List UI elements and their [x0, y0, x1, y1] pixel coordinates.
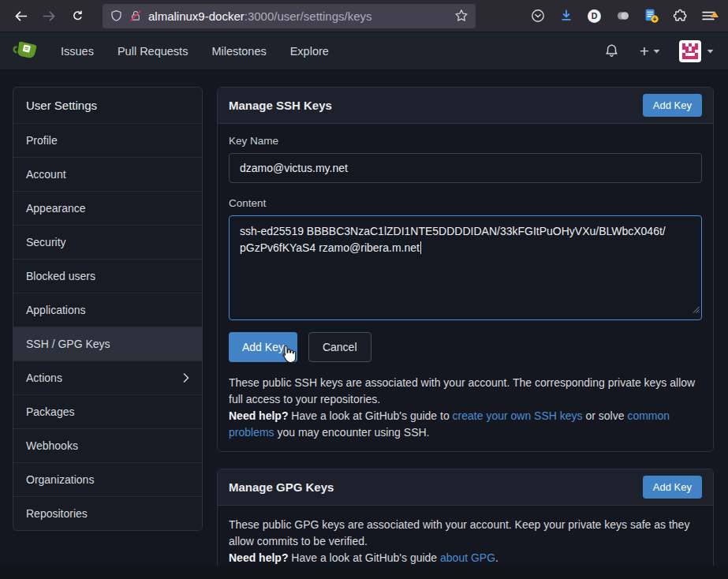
url-bar[interactable]: almalinux9-docker:3000/user/settings/key… [103, 4, 476, 28]
notifications-button[interactable] [598, 39, 625, 63]
content-line1: ssh-ed25519 BBBBC3NzaC1lZDI1NTE5DDDDIDAN… [240, 225, 666, 237]
pocket-icon [531, 9, 545, 23]
sidebar-title: User Settings [13, 88, 202, 123]
user-menu-button[interactable] [674, 37, 719, 65]
nav-link-issues[interactable]: Issues [49, 32, 106, 70]
about-gpg-link[interactable]: about GPG [440, 551, 495, 564]
forward-button[interactable] [36, 4, 62, 28]
puzzle-piece-icon [673, 9, 687, 23]
container-tab-button[interactable]: D [582, 4, 607, 28]
bottom-strip [0, 566, 728, 579]
url-text: almalinux9-docker:3000/user/settings/key… [148, 9, 448, 23]
back-button[interactable] [8, 4, 33, 28]
proxy-extension-button[interactable] [610, 4, 635, 28]
download-arrow-icon [559, 9, 573, 23]
resize-grip[interactable] [693, 301, 700, 318]
text-cursor [420, 241, 422, 254]
sidebar-item-security[interactable]: Security [13, 225, 202, 259]
sidebar-item-appearance[interactable]: Appearance [13, 191, 202, 225]
form-buttons: Add Key Cancel [229, 332, 702, 362]
sidebar-item-actions[interactable]: Actions [13, 360, 202, 394]
navbar-right: + [598, 37, 719, 65]
chevron-right-icon [183, 373, 189, 383]
svg-text:D: D [592, 11, 598, 21]
gitea-logo-icon [13, 39, 39, 62]
gpg-panel-header: Manage GPG Keys Add Key [218, 469, 713, 506]
sidebar-item-profile[interactable]: Profile [13, 123, 202, 157]
key-name-input[interactable] [229, 153, 702, 183]
sidebar-item-organizations[interactable]: Organizations [13, 462, 202, 496]
content-label: Content [229, 197, 702, 209]
url-host: almalinux9-docker [148, 9, 245, 23]
bell-icon [604, 43, 619, 58]
user-avatar [679, 40, 701, 62]
settings-sidebar: User Settings Profile Account Appearance… [13, 87, 203, 531]
bookmark-star-icon[interactable] [454, 9, 469, 23]
reload-button[interactable] [65, 4, 90, 28]
overlapping-circles-icon [616, 9, 630, 23]
update-badge-icon [711, 6, 719, 21]
translate-doc-icon [644, 9, 659, 23]
site-navbar: Issues Pull Requests Milestones Explore … [0, 32, 728, 70]
ssh-panel-header: Manage SSH Keys Add Key [218, 88, 713, 124]
cancel-button[interactable]: Cancel [308, 332, 371, 362]
extensions-button[interactable] [667, 4, 692, 28]
nav-link-explore[interactable]: Explore [278, 32, 341, 70]
ssh-help-text: These public SSH keys are associated wit… [229, 375, 702, 441]
shield-icon[interactable] [110, 9, 123, 23]
gpg-add-key-toggle-button[interactable]: Add Key [643, 476, 702, 499]
create-new-button[interactable]: + [633, 40, 666, 62]
sidebar-item-repositories[interactable]: Repositories [13, 496, 202, 530]
container-d-icon: D [587, 9, 602, 24]
menu-button[interactable] [696, 4, 720, 28]
sidebar-item-account[interactable]: Account [13, 157, 202, 191]
nav-link-milestones[interactable]: Milestones [200, 32, 278, 70]
manage-gpg-keys-panel: Manage GPG Keys Add Key These public GPG… [217, 469, 714, 577]
url-path: :3000/user/settings/keys [245, 9, 372, 23]
toolbar-extensions-area: D [525, 4, 720, 28]
chevron-down-icon [653, 49, 660, 54]
back-arrow-icon [14, 9, 28, 23]
sidebar-item-packages[interactable]: Packages [13, 394, 202, 428]
downloads-button[interactable] [554, 4, 578, 28]
browser-toolbar: almalinux9-docker:3000/user/settings/key… [0, 0, 728, 32]
forward-arrow-icon [43, 9, 56, 23]
content-line2: pGzPv6fKYaS4 rzamo@ribera.m.net [240, 241, 420, 254]
pocket-button[interactable] [525, 4, 550, 28]
gpg-panel-title: Manage GPG Keys [229, 480, 334, 494]
ssh-add-key-toggle-button[interactable]: Add Key [643, 94, 702, 117]
reload-icon [71, 9, 84, 23]
create-ssh-keys-link[interactable]: create your own SSH keys [453, 409, 583, 422]
add-key-submit-button[interactable]: Add Key [229, 332, 297, 362]
sidebar-item-blocked-users[interactable]: Blocked users [13, 259, 202, 293]
sidebar-item-applications[interactable]: Applications [13, 293, 202, 327]
settings-main: Manage SSH Keys Add Key Key Name Content… [217, 87, 714, 577]
need-help-label: Need help? [229, 551, 288, 564]
gitea-logo[interactable] [9, 38, 41, 65]
gpg-help-text: These public GPG keys are associated wit… [229, 517, 702, 566]
sidebar-item-webhooks[interactable]: Webhooks [13, 428, 202, 462]
translate-extension-button[interactable] [639, 4, 663, 28]
ssh-panel-body: Key Name Content ssh-ed25519 BBBBC3NzaC1… [218, 124, 713, 451]
nav-link-pull-requests[interactable]: Pull Requests [106, 32, 200, 70]
manage-ssh-keys-panel: Manage SSH Keys Add Key Key Name Content… [217, 87, 714, 452]
sidebar-item-ssh-gpg-keys[interactable]: SSH / GPG Keys [13, 327, 202, 360]
key-name-label: Key Name [229, 135, 702, 147]
ssh-panel-title: Manage SSH Keys [229, 99, 332, 112]
chevron-down-icon [707, 49, 714, 54]
content-textarea[interactable]: ssh-ed25519 BBBBC3NzaC1lZDI1NTE5DDDDIDAN… [229, 215, 702, 320]
plus-icon: + [640, 45, 649, 58]
page-content: User Settings Profile Account Appearance… [0, 70, 728, 566]
insecure-lock-icon[interactable] [129, 9, 142, 22]
need-help-label: Need help? [229, 409, 288, 422]
